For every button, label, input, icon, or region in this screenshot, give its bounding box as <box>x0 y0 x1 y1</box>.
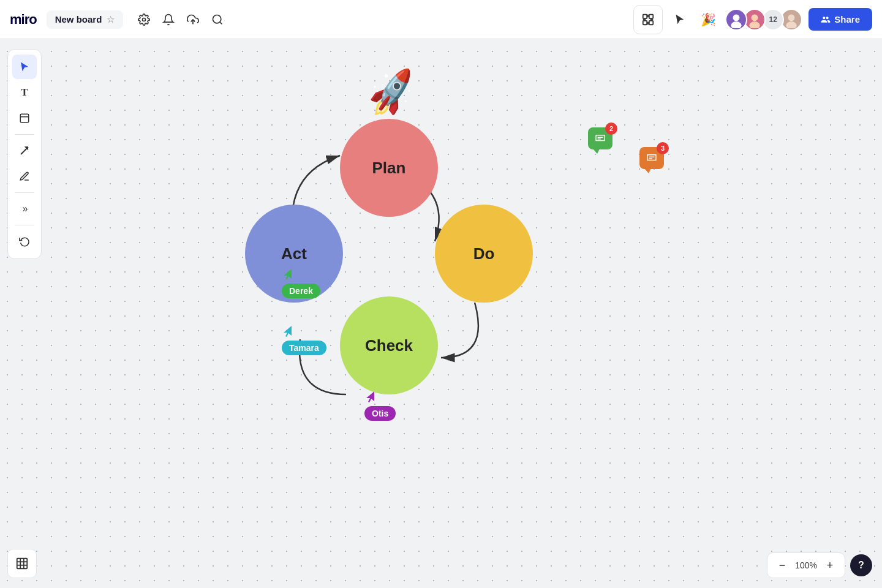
svg-rect-6 <box>643 20 647 24</box>
top-navigation: miro New board ☆ <box>0 0 882 39</box>
avatar-user1 <box>725 9 747 31</box>
line-tool-button[interactable] <box>12 138 37 163</box>
board-title: New board <box>55 14 102 24</box>
pen-tool-button[interactable] <box>12 164 37 189</box>
notifications-button[interactable] <box>157 9 179 31</box>
left-toolbar: T » <box>7 49 42 259</box>
svg-point-0 <box>143 18 146 21</box>
miro-logo: miro <box>10 12 37 28</box>
share-button[interactable]: Share <box>809 8 872 31</box>
apps-button[interactable] <box>633 5 663 34</box>
svg-line-3 <box>220 21 222 24</box>
avatars-group: 12 <box>725 9 802 31</box>
svg-rect-7 <box>649 20 653 24</box>
cursor-tamara: Tamara <box>282 326 326 355</box>
bottom-left-toolbar <box>7 549 37 578</box>
comment-badge-1: 2 <box>605 123 617 135</box>
svg-point-19 <box>788 14 795 21</box>
cursor-otis: Otis <box>364 391 396 421</box>
zoom-out-button[interactable]: − <box>774 557 791 574</box>
zoom-controls: − 100% + <box>767 552 845 578</box>
board-title-area[interactable]: New board ☆ <box>47 10 124 29</box>
svg-point-13 <box>733 14 740 21</box>
svg-point-2 <box>213 15 221 23</box>
more-tools-button[interactable]: » <box>12 197 37 221</box>
do-node: Do <box>435 205 533 303</box>
cursor-tool-button[interactable] <box>12 55 37 79</box>
cursor-derek: Derek <box>282 269 320 298</box>
canvas-area[interactable]: 🚀 Plan Do Check <box>0 39 882 588</box>
tamara-label: Tamara <box>282 341 326 355</box>
zoom-in-button[interactable]: + <box>821 557 839 574</box>
rocket-icon: 🚀 <box>364 66 420 120</box>
svg-point-16 <box>752 14 758 21</box>
share-label: Share <box>834 14 860 24</box>
frames-button[interactable] <box>7 549 37 578</box>
comment-badge-2: 3 <box>657 142 669 154</box>
help-button[interactable]: ? <box>850 554 872 576</box>
comment-bubble-2[interactable]: 3 <box>639 147 664 169</box>
search-button[interactable] <box>206 9 228 31</box>
cursor-mode-button[interactable] <box>669 9 691 31</box>
comment-bubble-1[interactable]: 2 <box>588 127 612 149</box>
plan-node: Plan <box>340 119 438 217</box>
svg-rect-21 <box>20 114 29 123</box>
zoom-level: 100% <box>793 560 819 570</box>
toolbar-divider <box>15 134 34 135</box>
derek-label: Derek <box>282 284 320 298</box>
sticky-note-button[interactable] <box>12 106 37 130</box>
text-tool-button[interactable]: T <box>12 80 37 105</box>
otis-label: Otis <box>364 406 396 421</box>
svg-rect-5 <box>649 14 653 18</box>
do-label: Do <box>473 244 495 263</box>
undo-button[interactable] <box>12 229 37 254</box>
toolbar-divider-3 <box>15 225 34 225</box>
settings-button[interactable] <box>133 9 155 31</box>
nav-right-group: 🎉 12 Share <box>633 5 872 34</box>
party-button[interactable]: 🎉 <box>697 9 719 31</box>
plan-label: Plan <box>372 159 406 178</box>
star-icon: ☆ <box>107 14 115 25</box>
check-label: Check <box>365 336 413 355</box>
act-label: Act <box>281 244 307 263</box>
pdca-diagram: 🚀 Plan Do Check <box>233 88 564 431</box>
toolbar-divider-2 <box>15 192 34 193</box>
svg-rect-27 <box>17 559 28 569</box>
nav-icons-group <box>133 9 228 31</box>
bottom-right-controls: − 100% + ? <box>767 552 872 578</box>
upload-button[interactable] <box>182 9 204 31</box>
svg-rect-4 <box>643 14 647 18</box>
check-node: Check <box>340 296 438 394</box>
